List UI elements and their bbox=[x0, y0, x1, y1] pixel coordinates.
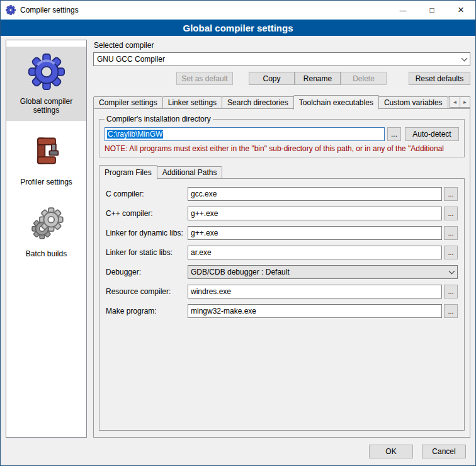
bin-subdirectory-note: NOTE: All programs must exist either in … bbox=[105, 144, 459, 153]
field-row: Resource compiler: windres.exe ... bbox=[106, 285, 458, 298]
resource-compiler-input[interactable]: windres.exe bbox=[188, 285, 442, 298]
linker-static-input[interactable]: ar.exe bbox=[188, 246, 442, 259]
linker-dynamic-label: Linker for dynamic libs: bbox=[106, 229, 188, 237]
rename-button[interactable]: Rename bbox=[295, 72, 341, 85]
set-as-default-button[interactable]: Set as default bbox=[176, 72, 233, 85]
cpp-compiler-browse-button[interactable]: ... bbox=[444, 207, 458, 220]
field-row: Linker for dynamic libs: g++.exe ... bbox=[106, 226, 458, 240]
program-files-panel: C compiler: gcc.exe ... C++ compiler: g+… bbox=[99, 178, 465, 431]
tab-additional-paths[interactable]: Additional Paths bbox=[157, 166, 223, 179]
installation-directory-browse-button[interactable]: ... bbox=[387, 127, 401, 141]
c-compiler-value: gcc.exe bbox=[191, 190, 217, 198]
minimize-icon: — bbox=[400, 6, 407, 14]
tab-linker-settings[interactable]: Linker settings bbox=[162, 96, 222, 109]
tab-program-files[interactable]: Program Files bbox=[99, 165, 157, 179]
profiler-tool-icon bbox=[29, 132, 64, 173]
dialog-header-title: Global compiler settings bbox=[1, 20, 475, 36]
linker-static-browse-button[interactable]: ... bbox=[444, 246, 458, 259]
installation-directory-row: C:\raylib\MinGW ... Auto-detect bbox=[105, 127, 459, 141]
caption-buttons: — □ × bbox=[388, 1, 475, 20]
installation-directory-group-title: Compiler's installation directory bbox=[105, 115, 213, 123]
compiler-settings-dialog: Compiler settings — □ × Global compiler … bbox=[0, 0, 476, 466]
close-icon: × bbox=[458, 4, 464, 16]
delete-button[interactable]: Delete bbox=[341, 72, 387, 85]
tab-compiler-settings[interactable]: Compiler settings bbox=[93, 96, 163, 109]
tab-scroll-right-button[interactable]: ► bbox=[460, 96, 470, 108]
selected-compiler-label: Selected compiler bbox=[94, 41, 470, 50]
maximize-button[interactable]: □ bbox=[417, 1, 446, 20]
c-compiler-label: C compiler: bbox=[106, 190, 188, 198]
linker-dynamic-value: g++.exe bbox=[191, 229, 218, 237]
dialog-content: Global compiler settings Profiler se bbox=[1, 36, 475, 438]
tab-scroll-buttons: ◄ ► bbox=[450, 96, 470, 108]
selected-compiler-dropdown[interactable]: GNU GCC Compiler bbox=[93, 52, 470, 66]
program-files-tabstrip: Program Files Additional Paths bbox=[99, 165, 465, 179]
cpp-compiler-value: g++.exe bbox=[191, 209, 218, 218]
field-row: Linker for static libs: ar.exe ... bbox=[106, 246, 458, 259]
installation-directory-input[interactable]: C:\raylib\MinGW bbox=[105, 127, 385, 141]
sidebar-item-global-compiler-settings[interactable]: Global compiler settings bbox=[6, 47, 86, 121]
linker-static-label: Linker for static libs: bbox=[106, 248, 188, 257]
ok-button[interactable]: OK bbox=[369, 445, 413, 458]
blue-gear-icon bbox=[27, 52, 66, 92]
window-title: Compiler settings bbox=[20, 6, 79, 14]
maximize-icon: □ bbox=[429, 6, 434, 14]
settings-category-sidebar: Global compiler settings Profiler se bbox=[6, 40, 87, 438]
minimize-button[interactable]: — bbox=[388, 1, 417, 20]
make-program-value: mingw32-make.exe bbox=[191, 307, 256, 315]
linker-dynamic-input[interactable]: g++.exe bbox=[188, 226, 442, 240]
debugger-select[interactable]: GDB/CDB debugger : Default bbox=[188, 265, 458, 279]
sidebar-item-label: Batch builds bbox=[26, 249, 67, 258]
field-row: C++ compiler: g++.exe ... bbox=[106, 207, 458, 220]
tab-toolchain-executables[interactable]: Toolchain executables bbox=[293, 95, 379, 110]
app-gear-icon bbox=[6, 5, 16, 15]
dialog-footer: OK Cancel bbox=[1, 438, 475, 465]
field-row: Make program: mingw32-make.exe ... bbox=[106, 304, 458, 318]
c-compiler-input[interactable]: gcc.exe bbox=[188, 187, 442, 201]
gray-gears-icon bbox=[28, 204, 65, 244]
resource-compiler-value: windres.exe bbox=[191, 287, 231, 296]
reset-defaults-button[interactable]: Reset defaults bbox=[409, 72, 470, 85]
resource-compiler-label: Resource compiler: bbox=[106, 287, 188, 296]
compiler-actions: Set as default Copy Rename Delete Reset … bbox=[93, 72, 470, 85]
sidebar-item-batch-builds[interactable]: Batch builds bbox=[6, 199, 86, 264]
make-program-browse-button[interactable]: ... bbox=[444, 304, 458, 318]
debugger-label: Debugger: bbox=[106, 268, 188, 276]
titlebar: Compiler settings — □ × bbox=[1, 1, 475, 20]
selected-compiler-value: GNU GCC Compiler bbox=[97, 55, 165, 64]
chevron-down-icon bbox=[446, 266, 457, 278]
arrow-right-icon: ► bbox=[463, 99, 468, 105]
tab-custom-variables[interactable]: Custom variables bbox=[378, 96, 448, 109]
cpp-compiler-input[interactable]: g++.exe bbox=[188, 207, 442, 220]
settings-tabstrip: Compiler settings Linker settings Search… bbox=[93, 94, 470, 109]
linker-static-value: ar.exe bbox=[191, 248, 212, 257]
cancel-button[interactable]: Cancel bbox=[422, 445, 466, 458]
installation-directory-selected-text: C:\raylib\MinGW bbox=[107, 130, 163, 139]
make-program-input[interactable]: mingw32-make.exe bbox=[188, 304, 442, 318]
auto-detect-button[interactable]: Auto-detect bbox=[405, 127, 459, 141]
close-button[interactable]: × bbox=[446, 1, 475, 20]
chevron-down-icon bbox=[458, 53, 470, 65]
tab-search-directories[interactable]: Search directories bbox=[222, 96, 294, 109]
main-panel: Selected compiler GNU GCC Compiler Set a… bbox=[93, 40, 470, 438]
sidebar-item-label: Profiler settings bbox=[20, 178, 72, 186]
cpp-compiler-label: C++ compiler: bbox=[106, 209, 188, 218]
sidebar-item-label: Global compiler settings bbox=[8, 97, 85, 115]
linker-dynamic-browse-button[interactable]: ... bbox=[444, 226, 458, 240]
make-program-label: Make program: bbox=[106, 307, 188, 315]
debugger-value: GDB/CDB debugger : Default bbox=[191, 268, 290, 276]
copy-button[interactable]: Copy bbox=[249, 72, 295, 85]
arrow-left-icon: ◄ bbox=[453, 99, 458, 105]
tab-scroll-left-button[interactable]: ◄ bbox=[450, 96, 460, 108]
c-compiler-browse-button[interactable]: ... bbox=[444, 187, 458, 201]
sidebar-item-profiler-settings[interactable]: Profiler settings bbox=[6, 127, 86, 193]
field-row: C compiler: gcc.exe ... bbox=[106, 187, 458, 201]
installation-directory-groupbox: Compiler's installation directory C:\ray… bbox=[99, 119, 465, 157]
toolchain-executables-panel: Compiler's installation directory C:\ray… bbox=[93, 108, 470, 438]
resource-compiler-browse-button[interactable]: ... bbox=[444, 285, 458, 298]
field-row: Debugger: GDB/CDB debugger : Default bbox=[106, 265, 458, 279]
